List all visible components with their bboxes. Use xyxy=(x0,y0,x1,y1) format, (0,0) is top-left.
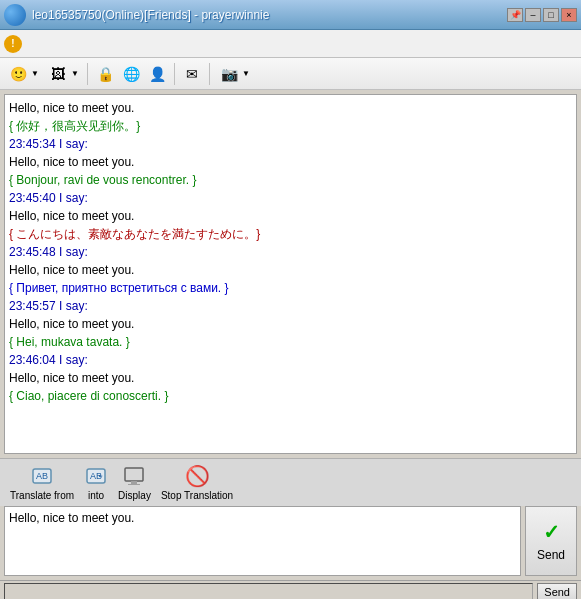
translate-from-icon: AB xyxy=(30,464,54,488)
send-button[interactable]: ✓ Send xyxy=(525,506,577,576)
chat-translation-cn: { 你好，很高兴见到你。} xyxy=(9,117,572,135)
camera-dropdown[interactable]: ▼ xyxy=(241,62,251,86)
chat-line-2: Hello, nice to meet you. xyxy=(9,207,572,225)
input-area: Hello, nice to meet you. ✓ Send xyxy=(4,506,577,576)
chat-window[interactable]: Hello, nice to meet you. { 你好，很高兴见到你。} 2… xyxy=(4,94,577,454)
chat-line-1: Hello, nice to meet you. xyxy=(9,153,572,171)
globe-button[interactable]: 🌐 xyxy=(119,62,143,86)
display-item[interactable]: Display xyxy=(114,462,155,503)
image-group: 🖼 ▼ xyxy=(44,60,82,88)
stop-translation-item[interactable]: 🚫 Stop Translation xyxy=(157,462,237,503)
title-bar: leo16535750(Online)[Friends] - prayerwin… xyxy=(0,0,581,30)
window-title: leo16535750(Online)[Friends] - prayerwin… xyxy=(32,8,269,22)
title-left: leo16535750(Online)[Friends] - prayerwin… xyxy=(4,4,269,26)
camera-button[interactable]: 📷 xyxy=(217,62,241,86)
chat-translation-fi: { Hei, mukava tavata. } xyxy=(9,333,572,351)
main-area: Hello, nice to meet you. { 你好，很高兴见到你。} 2… xyxy=(0,90,581,580)
translate-toolbar: AB Translate from AB into xyxy=(0,458,581,506)
sep3 xyxy=(209,63,210,85)
chat-timestamp-4: 23:45:57 I say: xyxy=(9,297,572,315)
chat-translation-jp: { こんにちは、素敵なあなたを満たすために。} xyxy=(9,225,572,243)
status-bar: Send xyxy=(0,580,581,599)
chat-line-4: Hello, nice to meet you. xyxy=(9,315,572,333)
send-btn-area: ✓ Send xyxy=(525,506,577,576)
chat-input[interactable]: Hello, nice to meet you. xyxy=(4,506,521,576)
user-status-icon: ! xyxy=(4,35,22,53)
stop-icon: 🚫 xyxy=(185,464,209,488)
translate-from-item[interactable]: AB Translate from xyxy=(6,462,78,503)
maximize-button[interactable]: □ xyxy=(543,8,559,22)
display-label: Display xyxy=(118,490,151,501)
app-icon xyxy=(4,4,26,26)
pin-button[interactable]: 📌 xyxy=(507,8,523,22)
smiley-group: 🙂 ▼ xyxy=(4,60,42,88)
smiley-dropdown[interactable]: ▼ xyxy=(30,62,40,86)
chat-timestamp-3: 23:45:48 I say: xyxy=(9,243,572,261)
svg-text:AB: AB xyxy=(36,471,48,481)
chat-timestamp-2: 23:45:40 I say: xyxy=(9,189,572,207)
chat-translation-it: { Ciao, piacere di conoscerti. } xyxy=(9,387,572,405)
minimize-button[interactable]: – xyxy=(525,8,541,22)
lock-button[interactable]: 🔒 xyxy=(93,62,117,86)
chat-translation-fr: { Bonjour, ravi de vous rencontrer. } xyxy=(9,171,572,189)
into-label: into xyxy=(88,490,104,501)
image-dropdown[interactable]: ▼ xyxy=(70,62,80,86)
status-send-button[interactable]: Send xyxy=(537,583,577,600)
svg-rect-7 xyxy=(128,484,140,485)
mail-button[interactable]: ✉ xyxy=(180,62,204,86)
sep2 xyxy=(174,63,175,85)
svg-rect-6 xyxy=(131,481,137,484)
send-label: Send xyxy=(537,548,565,562)
chat-timestamp-1: 23:45:34 I say: xyxy=(9,135,572,153)
user-header: ! xyxy=(0,30,581,58)
send-check-icon: ✓ xyxy=(543,520,560,544)
close-button[interactable]: × xyxy=(561,8,577,22)
face-button[interactable]: 👤 xyxy=(145,62,169,86)
into-icon: AB xyxy=(84,464,108,488)
chat-timestamp-5: 23:46:04 I say: xyxy=(9,351,572,369)
translate-from-label: Translate from xyxy=(10,490,74,501)
chat-line-3: Hello, nice to meet you. xyxy=(9,261,572,279)
chat-line-5: Hello, nice to meet you. xyxy=(9,369,572,387)
stop-label: Stop Translation xyxy=(161,490,233,501)
display-icon xyxy=(122,464,146,488)
status-input xyxy=(4,583,533,600)
toolbar: 🙂 ▼ 🖼 ▼ 🔒 🌐 👤 ✉ 📷 ▼ xyxy=(0,58,581,90)
chat-line: Hello, nice to meet you. xyxy=(9,99,572,117)
into-item[interactable]: AB into xyxy=(80,462,112,503)
window-controls: 📌 – □ × xyxy=(507,8,577,22)
smiley-button[interactable]: 🙂 xyxy=(6,62,30,86)
svg-rect-5 xyxy=(125,468,143,481)
image-button[interactable]: 🖼 xyxy=(46,62,70,86)
sep1 xyxy=(87,63,88,85)
chat-translation-ru: { Привет, приятно встретиться с вами. } xyxy=(9,279,572,297)
camera-group: 📷 ▼ xyxy=(215,60,253,88)
